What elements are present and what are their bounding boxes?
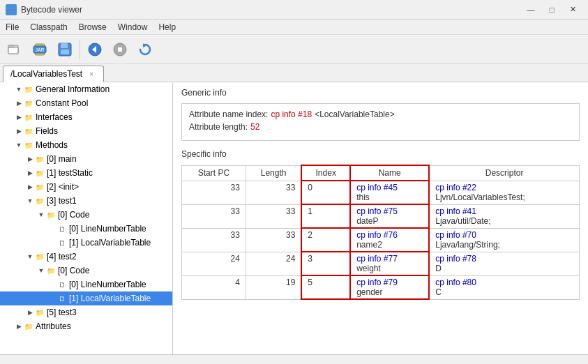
tree-item-test1-linenumber[interactable]: ▶ 🗋 [0] LineNumberTable	[0, 222, 172, 236]
toolbar: JAR	[0, 35, 588, 64]
tree-item-test1[interactable]: ▼ 📁 [3] test1	[0, 194, 172, 208]
back-icon	[87, 42, 103, 57]
table-row: 33 33 2 cp info #76 name2 cp info #70 Lj…	[182, 228, 580, 252]
save-button[interactable]	[53, 38, 77, 61]
toggle-testStatic[interactable]: ▶	[25, 168, 35, 178]
tree-item-testStatic[interactable]: ▶ 📁 [1] testStatic	[0, 166, 172, 180]
table-header-row: Start PC Length Index Name Descriptor	[182, 165, 580, 181]
specific-info-title: Specific info	[181, 149, 580, 159]
toggle-methods[interactable]: ▼	[14, 140, 24, 150]
desc-link[interactable]: cp info #70	[435, 230, 573, 240]
desc-link[interactable]: cp info #78	[435, 254, 573, 264]
tree-item-test3[interactable]: ▶ 📁 [5] test3	[0, 305, 172, 319]
name-text: name2	[356, 240, 423, 250]
tree-item-methods[interactable]: ▼ 📁 Methods	[0, 138, 172, 152]
name-link[interactable]: cp info #76	[356, 230, 423, 240]
tree-item-test1-code[interactable]: ▼ 📁 [0] Code	[0, 208, 172, 222]
back-button[interactable]	[83, 38, 107, 61]
folder-icon: 📁	[24, 140, 33, 150]
desc-link[interactable]: cp info #41	[435, 206, 573, 216]
tree-item-test1-localvar[interactable]: ▶ 🗋 [1] LocalVariableTable	[0, 236, 172, 250]
toggle-fields[interactable]: ▶	[14, 126, 24, 136]
toggle-test2-code[interactable]: ▼	[36, 266, 46, 275]
desc-text: Ljvn/LocalVariablesTest;	[435, 192, 573, 202]
toggle-main[interactable]: ▶	[25, 154, 35, 164]
menu-classpath[interactable]: Classpath	[24, 20, 73, 35]
table-row: 4 19 5 cp info #79 gender cp info #80 C	[182, 275, 580, 299]
toggle-interfaces[interactable]: ▶	[14, 112, 24, 122]
name-link[interactable]: cp info #75	[356, 206, 423, 216]
tree-item-test2-localvar[interactable]: ▶ 🗋 [1] LocalVariableTable	[0, 291, 172, 305]
folder-icon: 📁	[24, 84, 33, 94]
cell-index: 5	[301, 275, 350, 299]
tree-label-attributes: Attributes	[36, 321, 71, 331]
tab-close-button[interactable]: ×	[86, 69, 96, 79]
menu-window[interactable]: Window	[112, 20, 153, 35]
attr-name-link[interactable]: cp info #18	[271, 109, 312, 119]
cell-length: 33	[246, 181, 301, 204]
minimize-button[interactable]: —	[521, 3, 541, 17]
toggle-test1[interactable]: ▼	[25, 196, 35, 206]
page-icon: 🗋	[57, 238, 67, 248]
toggle-attributes[interactable]: ▶	[14, 321, 24, 331]
open-file-button[interactable]	[3, 38, 27, 61]
page-icon: 🗋	[57, 224, 67, 234]
stop-button[interactable]	[108, 38, 132, 61]
menu-browse[interactable]: Browse	[73, 20, 112, 35]
tree-label-fields: Fields	[36, 126, 58, 136]
titlebar-controls: — □ ✕	[521, 3, 582, 17]
name-text: dateP	[356, 216, 423, 226]
tree-item-test2-code[interactable]: ▼ 📁 [0] Code	[0, 264, 172, 278]
col-descriptor: Descriptor	[429, 165, 579, 181]
cell-length: 33	[246, 228, 301, 252]
desc-link[interactable]: cp info #80	[435, 278, 573, 287]
cell-descriptor: cp info #78 D	[429, 252, 579, 275]
desc-link[interactable]: cp info #22	[435, 183, 573, 192]
toggle-constant-pool[interactable]: ▶	[14, 98, 24, 108]
folder-icon: 📁	[35, 154, 45, 164]
svg-rect-2	[10, 45, 13, 47]
folder-icon: 📁	[24, 112, 33, 122]
tree-label-test1-code: [0] Code	[58, 210, 89, 220]
menu-file[interactable]: File	[0, 20, 24, 35]
toggle-test1-code[interactable]: ▼	[36, 210, 46, 220]
tree-item-general-info[interactable]: ▼ 📁 General Information	[0, 82, 172, 96]
cell-length: 24	[246, 252, 301, 275]
folder-icon: 📁	[35, 252, 45, 261]
open-jar-button[interactable]: JAR	[28, 38, 52, 61]
toggle-general-info[interactable]: ▼	[14, 84, 24, 94]
toggle-init[interactable]: ▶	[25, 182, 35, 192]
tree-item-fields[interactable]: ▶ 📁 Fields	[0, 124, 172, 138]
toggle-test2[interactable]: ▼	[25, 252, 35, 261]
tree-item-init[interactable]: ▶ 📁 [2] <init>	[0, 180, 172, 194]
tree-item-main[interactable]: ▶ 📁 [0] main	[0, 152, 172, 166]
tree-label-interfaces: Interfaces	[36, 112, 73, 122]
name-link[interactable]: cp info #77	[356, 254, 423, 264]
folder-icon: 📁	[24, 126, 33, 136]
svg-text:JAR: JAR	[35, 47, 44, 52]
name-text: weight	[356, 264, 423, 273]
statusbar	[0, 354, 588, 364]
toolbar-separator-1	[80, 40, 80, 59]
cell-start-pc: 33	[182, 181, 246, 204]
folder-icon: 📁	[35, 308, 45, 317]
tree-item-attributes[interactable]: ▶ 📁 Attributes	[0, 319, 172, 333]
name-link[interactable]: cp info #45	[356, 183, 423, 192]
toggle-test3[interactable]: ▶	[25, 308, 35, 317]
tree-item-interfaces[interactable]: ▶ 📁 Interfaces	[0, 110, 172, 124]
tree-item-test2-linenumber[interactable]: ▶ 🗋 [0] LineNumberTable	[0, 278, 172, 291]
save-icon	[57, 42, 73, 57]
cell-descriptor: cp info #41 Ljava/util/Date;	[429, 204, 579, 228]
cell-index: 3	[301, 252, 350, 275]
tab-label: /LocalVariablesTest	[10, 69, 82, 79]
maximize-button[interactable]: □	[542, 3, 561, 17]
name-link[interactable]: cp info #79	[356, 278, 423, 287]
tree-item-constant-pool[interactable]: ▶ 📁 Constant Pool	[0, 96, 172, 110]
close-button[interactable]: ✕	[563, 3, 582, 17]
tab-local-variables[interactable]: /LocalVariablesTest ×	[3, 66, 104, 82]
menu-help[interactable]: Help	[153, 20, 181, 35]
local-var-table: Start PC Length Index Name Descriptor 33…	[181, 165, 580, 300]
refresh-button[interactable]	[133, 38, 157, 61]
tree-item-test2[interactable]: ▼ 📁 [4] test2	[0, 250, 172, 264]
tree-label-test3: [5] test3	[47, 308, 77, 317]
